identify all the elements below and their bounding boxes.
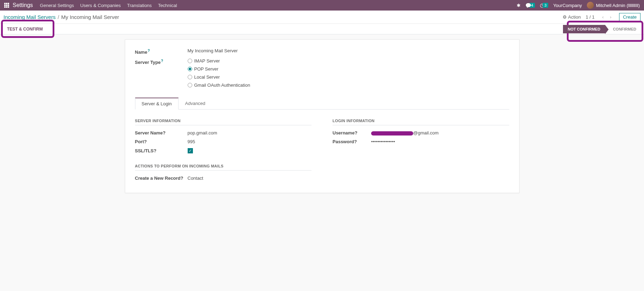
help-icon[interactable]: ?	[148, 49, 150, 53]
action-label: Action	[568, 14, 581, 20]
avatar-icon	[587, 2, 594, 9]
server-type-label: Server Type?	[135, 58, 188, 65]
checkbox-checked-icon	[188, 148, 193, 153]
status-bar: TEST & CONFIRM NOT CONFIRMED CONFIRMED	[0, 24, 644, 34]
create-record-label: Create a New Record?	[135, 176, 188, 181]
form-card: Name? My Incoming Mail Server Server Typ…	[125, 39, 519, 193]
ssl-checkbox[interactable]	[188, 148, 193, 153]
tab-server-login[interactable]: Server & Login	[135, 98, 179, 110]
action-dropdown[interactable]: Action	[563, 14, 581, 20]
radio-icon	[188, 75, 192, 79]
create-record-row: Create a New Record? Contact	[135, 176, 312, 181]
name-value[interactable]: My Incoming Mail Server	[188, 48, 238, 53]
company-selector[interactable]: YourCompany	[553, 3, 582, 8]
username-value[interactable]: @gmail.com	[371, 130, 438, 135]
help-icon[interactable]: ?	[355, 130, 357, 135]
user-label: Mitchell Admin (llllllllll)	[596, 3, 640, 8]
port-row: Port? 995	[135, 139, 312, 144]
nav-menu-general[interactable]: General Settings	[40, 3, 74, 8]
bug-icon[interactable]	[517, 3, 521, 8]
action-bar: Incoming Mail Servers / My Incoming Mail…	[0, 11, 644, 24]
radio-icon-checked	[188, 67, 192, 71]
test-confirm-button[interactable]: TEST & CONFIRM	[2, 25, 48, 34]
actions-section-title: ACTIONS TO PERFORM ON INCOMING MAILS	[135, 164, 312, 168]
breadcrumb-link[interactable]: Incoming Mail Servers	[4, 14, 55, 20]
pager-next-icon[interactable]: ›	[607, 14, 614, 21]
login-info-column: LOGIN INFORMATION Username? @gmail.com P…	[333, 119, 509, 184]
password-row: Password? •••••••••••••••	[333, 139, 509, 144]
clock-badge: 3	[543, 3, 548, 8]
port-label: Port?	[135, 139, 188, 144]
username-row: Username? @gmail.com	[333, 130, 509, 135]
clock-indicator[interactable]: 3	[540, 2, 548, 8]
create-button[interactable]: Create	[619, 13, 640, 21]
pager-arrows: ‹ ›	[599, 14, 614, 21]
nav-menu-technical[interactable]: Technical	[158, 3, 177, 8]
tabs: Server & Login Advanced	[135, 98, 509, 110]
breadcrumb: Incoming Mail Servers / My Incoming Mail…	[4, 14, 119, 20]
radio-icon	[188, 59, 192, 63]
radio-label-pop: POP Server	[194, 66, 219, 72]
radio-gmail[interactable]: Gmail OAuth Authentication	[188, 82, 250, 88]
password-label: Password?	[333, 139, 371, 144]
help-icon[interactable]: ?	[181, 176, 183, 181]
status-confirmed[interactable]: CONFIRMED	[605, 25, 641, 33]
apps-grid-icon[interactable]	[4, 3, 9, 8]
server-name-label: Server Name?	[135, 130, 188, 135]
ssl-row: SSL/TLS?	[135, 148, 312, 153]
nav-right: 4 3 YourCompany Mitchell Admin (llllllll…	[517, 2, 640, 9]
chat-icon	[525, 3, 531, 8]
server-name-value[interactable]: pop.gmail.com	[188, 130, 217, 135]
port-value[interactable]: 995	[188, 139, 195, 144]
radio-pop[interactable]: POP Server	[188, 66, 250, 72]
radio-label-imap: IMAP Server	[194, 58, 220, 64]
status-pills: NOT CONFIRMED CONFIRMED	[563, 25, 642, 33]
server-info-title: SERVER INFORMATION	[135, 119, 312, 123]
help-icon[interactable]: ?	[163, 130, 166, 135]
user-menu[interactable]: Mitchell Admin (llllllllll)	[587, 2, 640, 9]
server-type-row: Server Type? IMAP Server POP Server Loca…	[135, 58, 509, 88]
help-icon[interactable]: ?	[144, 139, 147, 144]
password-value[interactable]: •••••••••••••••	[371, 139, 395, 144]
redacted-text	[371, 131, 413, 135]
chat-indicator[interactable]: 4	[525, 3, 535, 8]
pager-prev-icon[interactable]: ‹	[599, 14, 606, 21]
username-label: Username?	[333, 130, 371, 135]
top-navigation: Settings General Settings Users & Compan…	[0, 0, 644, 11]
radio-label-gmail: Gmail OAuth Authentication	[194, 82, 250, 88]
server-info-column: SERVER INFORMATION Server Name? pop.gmai…	[135, 119, 312, 184]
radio-label-local: Local Server	[194, 74, 220, 80]
nav-menu-translations[interactable]: Translations	[127, 3, 152, 8]
username-suffix: @gmail.com	[413, 130, 438, 135]
breadcrumb-current: My Incoming Mail Server	[61, 14, 119, 20]
breadcrumb-separator: /	[58, 14, 59, 20]
server-type-radio-group: IMAP Server POP Server Local Server Gmai…	[188, 58, 250, 88]
help-icon[interactable]: ?	[161, 59, 163, 63]
pager-text[interactable]: 1 / 1	[586, 14, 595, 20]
name-row: Name? My Incoming Mail Server	[135, 48, 509, 55]
ssl-label: SSL/TLS?	[135, 148, 188, 153]
nav-menu-users[interactable]: Users & Companies	[80, 3, 121, 8]
nav-menu: General Settings Users & Companies Trans…	[40, 3, 177, 8]
login-info-title: LOGIN INFORMATION	[333, 119, 509, 123]
help-icon[interactable]: ?	[154, 148, 156, 153]
main-content: Name? My Incoming Mail Server Server Typ…	[125, 34, 519, 198]
app-title[interactable]: Settings	[13, 2, 33, 8]
tab-content: SERVER INFORMATION Server Name? pop.gmai…	[135, 119, 509, 184]
radio-icon	[188, 83, 192, 87]
radio-imap[interactable]: IMAP Server	[188, 58, 250, 64]
radio-local[interactable]: Local Server	[188, 74, 250, 80]
tab-advanced[interactable]: Advanced	[179, 98, 212, 109]
help-icon[interactable]: ?	[354, 139, 357, 144]
server-name-row: Server Name? pop.gmail.com	[135, 130, 312, 135]
name-label: Name?	[135, 48, 188, 55]
create-record-value[interactable]: Contact	[188, 176, 203, 181]
status-not-confirmed[interactable]: NOT CONFIRMED	[563, 25, 605, 33]
